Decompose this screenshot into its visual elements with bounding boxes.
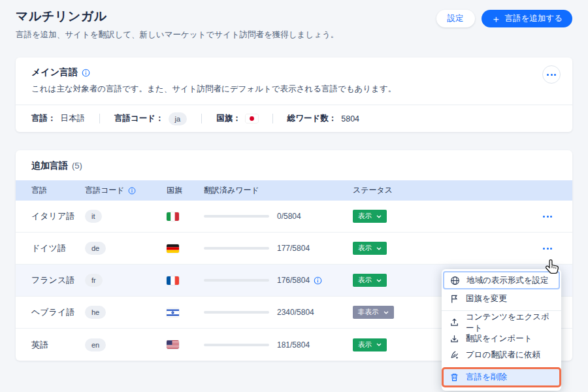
column-status: ステータス: [353, 185, 520, 196]
main-language-more-button[interactable]: [542, 65, 561, 84]
vertical-divider: [201, 114, 202, 123]
vertical-divider: [272, 114, 273, 123]
trash-icon: [449, 372, 459, 382]
main-language-card: メイン言語 これは主な対象者の言語です。また、サイト訪問者にデフォルトで表示され…: [16, 57, 572, 132]
column-flag: 国旗: [167, 185, 204, 196]
chevron-down-icon: [376, 279, 382, 282]
chevron-down-icon: [376, 247, 382, 250]
additional-languages-title-row: 追加言語 (5): [16, 150, 572, 180]
vertical-divider: [99, 114, 100, 123]
flag-france-icon: [167, 276, 179, 285]
status-badge[interactable]: 表示: [353, 242, 387, 255]
flag-israel-icon: [167, 308, 179, 317]
column-language: 言語: [31, 185, 85, 196]
export-icon: [449, 318, 459, 327]
words-count: 2340/5804: [277, 308, 314, 317]
column-words: 翻訳済みワード: [204, 185, 353, 196]
main-language-title-row: メイン言語: [31, 67, 557, 78]
menu-item-hire-translator[interactable]: プロの翻訳者に依頼: [442, 347, 561, 363]
language-name: ドイツ語: [31, 242, 85, 254]
language-code-pill: fr: [85, 274, 103, 287]
status-badge[interactable]: 非表示: [353, 306, 394, 319]
flag-italy-icon: [167, 212, 179, 221]
language-name: フランス語: [31, 274, 85, 286]
chevron-down-icon: [376, 343, 382, 346]
header-actions: 設定 ＋ 言語を追加する: [436, 10, 572, 27]
page-heading-block: マルチリンガル 言語を追加、サイトを翻訳して、新しいマーケットでサイト訪問者を獲…: [16, 8, 338, 41]
main-language-header: メイン言語 これは主な対象者の言語です。また、サイト訪問者にデフォルトで表示され…: [16, 57, 572, 105]
flag-icon: [449, 294, 459, 304]
status-badge[interactable]: 表示: [353, 338, 387, 351]
main-language-title: メイン言語: [31, 67, 78, 78]
language-value: 日本語: [61, 113, 86, 124]
additional-languages-title: 追加言語: [31, 160, 68, 172]
language-code-pill: de: [85, 242, 106, 255]
plus-icon: ＋: [491, 14, 501, 24]
language-code-pill: ja: [169, 112, 188, 125]
progress-track: [204, 311, 269, 314]
language-label: 言語：: [31, 113, 56, 124]
translation-progress: 0/5804: [204, 212, 353, 221]
language-name: イタリア語: [31, 210, 85, 222]
import-icon: [449, 334, 459, 344]
add-language-button[interactable]: ＋ 言語を追加する: [482, 10, 572, 27]
menu-item-region-format[interactable]: 地域の表示形式を設定: [443, 271, 560, 289]
menu-item-delete-language[interactable]: 言語を削除: [442, 367, 561, 387]
progress-track: [204, 279, 269, 282]
main-language-description: これは主な対象者の言語です。また、サイト訪問者にデフォルトで表示される言語でもあ…: [31, 84, 557, 95]
column-code: 言語コード: [85, 185, 167, 196]
language-code-pill: he: [85, 306, 106, 319]
ellipsis-icon: [547, 74, 549, 76]
translator-icon: [449, 350, 459, 360]
page-title: マルチリンガル: [16, 8, 338, 25]
info-icon[interactable]: [314, 276, 322, 285]
settings-button[interactable]: 設定: [436, 10, 475, 27]
info-icon[interactable]: [82, 69, 90, 77]
table-row-italian[interactable]: イタリア語 it 0/5804 表示: [16, 201, 572, 233]
page-subtitle: 言語を追加、サイトを翻訳して、新しいマーケットでサイト訪問者を獲得しましょう。: [16, 29, 338, 41]
progress-track: [204, 215, 269, 218]
table-header-row: 言語 言語コード 国旗 翻訳済みワード ステータス: [16, 180, 572, 201]
language-name: 英語: [31, 339, 85, 351]
page-header: マルチリンガル 言語を追加、サイトを翻訳して、新しいマーケットでサイト訪問者を獲…: [16, 8, 572, 41]
language-code-pill: it: [85, 210, 102, 223]
flag-japan-icon: [246, 114, 258, 123]
status-badge[interactable]: 表示: [353, 274, 387, 287]
language-name: ヘブライ語: [31, 306, 85, 318]
chevron-down-icon: [384, 311, 389, 314]
words-count: 181/5804: [277, 340, 310, 350]
words-count: 176/5804: [277, 276, 310, 285]
total-words-value: 5804: [341, 114, 359, 123]
words-count: 177/5804: [277, 244, 310, 253]
menu-item-change-flag[interactable]: 国旗を変更: [442, 291, 561, 307]
row-context-menu: 地域の表示形式を設定 国旗を変更 コンテンツをエクスポート 翻訳をインポート プ…: [442, 269, 561, 391]
translation-progress: 2340/5804: [204, 308, 353, 317]
row-more-button[interactable]: [538, 239, 557, 257]
row-more-button[interactable]: [538, 207, 557, 225]
table-row-german[interactable]: ドイツ語 de 177/5804 表示: [16, 233, 572, 265]
additional-languages-count: (5): [72, 161, 82, 171]
total-words-label: 総ワード数：: [287, 113, 337, 124]
main-language-details: 言語： 日本語 言語コード： ja 国旗： 総ワード数： 5804: [16, 105, 572, 132]
code-label: 言語コード：: [114, 113, 164, 124]
translation-progress: 176/5804: [204, 276, 353, 285]
progress-track: [204, 344, 269, 346]
flag-usa-icon: [167, 340, 179, 349]
ellipsis-icon: [543, 216, 545, 218]
progress-track: [204, 247, 269, 250]
add-language-label: 言語を追加する: [505, 13, 563, 24]
chevron-down-icon: [376, 215, 382, 218]
status-badge[interactable]: 表示: [353, 210, 387, 223]
flag-label: 国旗：: [216, 113, 241, 124]
language-code-pill: en: [85, 338, 106, 351]
ellipsis-icon: [543, 248, 545, 250]
flag-germany-icon: [167, 244, 179, 253]
translation-progress: 177/5804: [204, 244, 353, 253]
words-count: 0/5804: [277, 212, 301, 221]
menu-item-export-content[interactable]: コンテンツをエクスポート: [442, 314, 561, 331]
info-icon[interactable]: [128, 187, 136, 195]
translation-progress: 181/5804: [204, 340, 353, 350]
globe-icon: [450, 276, 460, 286]
